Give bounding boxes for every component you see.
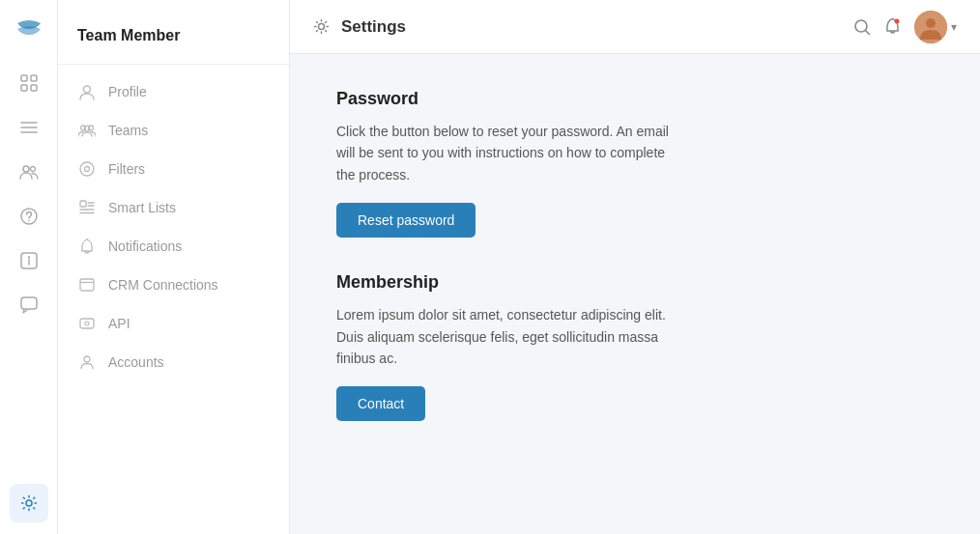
reset-password-button[interactable]: Reset password	[336, 203, 476, 238]
topbar: Settings	[290, 0, 980, 54]
password-section: Password Click the button below to reset…	[336, 89, 934, 238]
svg-point-20	[80, 162, 94, 176]
svg-rect-14	[21, 297, 37, 309]
sidebar-item-teams[interactable]: Teams	[58, 111, 289, 150]
api-icon	[77, 314, 97, 333]
membership-section-title: Membership	[336, 272, 934, 293]
rail-chat-icon[interactable]	[10, 286, 48, 324]
avatar-chevron-icon: ▾	[951, 20, 957, 34]
membership-section-description: Lorem ipsum dolor sit amet, consectetur …	[336, 304, 684, 369]
contact-button[interactable]: Contact	[336, 386, 425, 421]
rail-settings-icon[interactable]	[10, 484, 48, 522]
icon-rail	[0, 0, 58, 534]
teams-icon	[77, 121, 97, 140]
accounts-icon	[77, 352, 97, 372]
sidebar: Team Member Profile Teams	[58, 0, 290, 534]
sidebar-item-accounts[interactable]: Accounts	[58, 343, 289, 381]
svg-point-15	[26, 500, 32, 506]
crm-icon	[77, 275, 97, 295]
rail-info-icon[interactable]	[10, 241, 48, 280]
sidebar-label-smart-lists: Smart Lists	[108, 200, 176, 215]
svg-point-21	[85, 167, 90, 172]
password-section-title: Password	[336, 89, 934, 109]
sidebar-label-notifications: Notifications	[108, 239, 182, 254]
sidebar-label-profile: Profile	[108, 84, 147, 99]
svg-rect-22	[80, 201, 86, 207]
person-icon	[77, 82, 97, 101]
rail-people-icon[interactable]	[10, 153, 48, 191]
membership-section: Membership Lorem ipsum dolor sit amet, c…	[336, 272, 934, 421]
smart-lists-icon	[77, 198, 97, 217]
svg-point-16	[84, 86, 91, 93]
sidebar-item-crm-connections[interactable]: CRM Connections	[58, 266, 289, 304]
sidebar-label-accounts: Accounts	[108, 354, 164, 370]
svg-point-36	[895, 19, 900, 24]
sidebar-item-profile[interactable]: Profile	[58, 72, 289, 111]
sidebar-divider	[58, 64, 289, 65]
svg-point-38	[926, 18, 936, 28]
rail-help-icon[interactable]	[10, 197, 48, 236]
sidebar-item-filters[interactable]: Filters	[58, 150, 289, 188]
search-button[interactable]	[853, 18, 871, 36]
password-section-description: Click the button below to reset your pas…	[336, 121, 684, 185]
sidebar-label-teams: Teams	[108, 123, 148, 138]
settings-gear-icon	[313, 18, 330, 35]
sidebar-item-notifications[interactable]: Notifications	[58, 227, 289, 266]
user-avatar-button[interactable]: ▾	[914, 11, 957, 43]
svg-rect-28	[80, 279, 94, 291]
svg-line-35	[866, 30, 870, 34]
svg-point-8	[30, 167, 35, 172]
main-content: Password Click the button below to reset…	[290, 54, 980, 534]
svg-rect-30	[80, 319, 94, 328]
avatar	[914, 11, 947, 43]
rail-list-icon[interactable]	[10, 108, 48, 147]
notifications-icon	[77, 237, 97, 256]
filters-icon	[77, 159, 97, 179]
topbar-actions: ▾	[853, 11, 957, 43]
svg-rect-0	[21, 75, 27, 81]
app-logo	[14, 15, 44, 42]
svg-rect-2	[21, 85, 27, 91]
rail-grid-icon[interactable]	[10, 64, 48, 102]
sidebar-item-api[interactable]: API	[58, 304, 289, 343]
svg-point-7	[23, 166, 29, 172]
page-title: Settings	[341, 17, 846, 37]
notifications-bell-button[interactable]	[884, 17, 901, 36]
svg-point-10	[28, 220, 30, 222]
svg-point-9	[21, 209, 37, 224]
svg-rect-1	[31, 75, 37, 81]
main-area: Settings	[290, 0, 980, 534]
sidebar-label-api: API	[108, 316, 130, 331]
svg-point-31	[85, 322, 89, 325]
svg-rect-3	[31, 85, 37, 91]
sidebar-label-crm: CRM Connections	[108, 277, 218, 293]
sidebar-title: Team Member	[58, 15, 289, 64]
svg-point-32	[84, 356, 90, 362]
svg-point-33	[319, 24, 325, 30]
sidebar-label-filters: Filters	[108, 161, 145, 177]
sidebar-item-smart-lists[interactable]: Smart Lists	[58, 188, 289, 227]
